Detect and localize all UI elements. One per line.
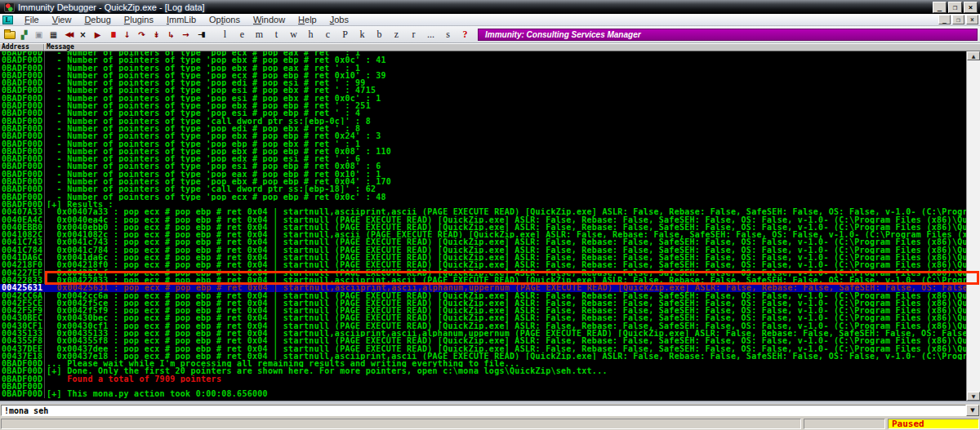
menu-item-debug[interactable]: Debug — [78, 14, 117, 25]
log-row[interactable]: 0041082C 0x0041082c : pop ecx # pop ebp … — [0, 231, 966, 238]
window-button-threads[interactable]: t — [268, 28, 285, 41]
log-row[interactable]: 0041C784 0x0041c784 : pop ecx # pop ebp … — [0, 246, 966, 254]
log-row[interactable]: 0BADF00D - Number of pointers of type 'c… — [0, 185, 966, 193]
menu-item-help[interactable]: Help — [292, 14, 323, 25]
go-to-address-icon[interactable]: →▮ — [194, 28, 207, 41]
help-button[interactable]: ? — [457, 28, 474, 41]
log-row[interactable]: 00437E18 0x00437e18 : pop ecx # pop ebp … — [0, 352, 966, 360]
restart-icon[interactable]: ◀◀ — [61, 28, 75, 41]
log-row-address: 0BADF00D — [0, 72, 45, 79]
minimize-button[interactable]: _ — [933, 2, 947, 13]
log-row[interactable]: 0BADF00D [+] Done. Only the first 20 poi… — [0, 367, 966, 375]
log-row[interactable]: 0BADF00D - Number of pointers of type 'p… — [0, 148, 966, 155]
menu-item-view[interactable]: View — [46, 14, 78, 25]
close-process-icon[interactable]: × — [76, 28, 90, 41]
log-row[interactable]: 0042F5CE 0x0042f5ce : pop ecx # pop ebp … — [0, 299, 966, 307]
menu-item-file[interactable]: File — [18, 14, 46, 25]
log-row[interactable]: 004227EF 0x004227ef : pop ecx # pop ebp … — [0, 269, 966, 277]
log-row[interactable]: 0BADF00D - Number of pointers of type 'p… — [0, 109, 966, 117]
step-over-icon[interactable]: ↷ — [135, 28, 149, 41]
log-row[interactable]: 0BADF00D ... Please wait while I'm proce… — [0, 360, 966, 367]
log-row[interactable]: 0BADF00D - Number of pointers of type 'p… — [0, 64, 966, 72]
menu-item-immlib[interactable]: ImmLib — [160, 14, 203, 25]
log-row[interactable]: 0BADF00D - Number of pointers of type 'p… — [0, 72, 966, 79]
menu-item-plugins[interactable]: Plugins — [118, 14, 160, 25]
pause-icon[interactable]: ▮▮ — [105, 28, 119, 41]
log-row[interactable]: 00425631 0x00425631 : pop ecx # pop ebp … — [0, 284, 966, 291]
log-row[interactable]: 0BADF00D - Number of pointers of type 'p… — [0, 155, 966, 162]
execute-till-return-icon[interactable]: → — [179, 28, 193, 41]
window-button-callstack[interactable]: k — [354, 28, 371, 41]
log-row[interactable]: 0042CC6A 0x0042cc6a : pop ecx # pop ebp … — [0, 292, 966, 299]
restore-button[interactable]: ❐ — [948, 2, 962, 13]
mdi-close-button[interactable]: × — [966, 15, 978, 24]
log-row[interactable]: 0042F5F9 0x0042f5f9 : pop ecx # pop ebp … — [0, 307, 966, 314]
log-row[interactable]: 0BADF00D - Number of pointers of type 'c… — [0, 117, 966, 125]
close-button[interactable]: × — [964, 2, 978, 13]
window-button-executables[interactable]: e — [234, 28, 251, 41]
log-row[interactable]: 0BADF00D - Number of pointers of type 'p… — [0, 125, 966, 132]
menu-item-options[interactable]: Options — [203, 14, 247, 25]
log-row[interactable]: 0BADF00D [+] Results : — [0, 201, 966, 208]
vertical-scrollbar[interactable]: ▲ ▼ — [966, 51, 980, 401]
scroll-down-icon[interactable]: ▼ — [967, 392, 980, 401]
log-row[interactable]: 00430CF1 0x00430cf1 : pop ecx # pop ebp … — [0, 322, 966, 330]
trace-over-icon[interactable]: ↳ — [164, 28, 178, 41]
log-row[interactable]: 0BADF00D — [0, 383, 966, 390]
window-button-references[interactable]: r — [405, 28, 422, 41]
log-row[interactable]: 004218F0 0x004218f0 : pop ecx # pop ebp … — [0, 261, 966, 268]
status-bar: Paused — [0, 417, 980, 430]
attach-process-icon[interactable]: ▞ — [17, 28, 31, 41]
window-button-handles[interactable]: h — [302, 28, 319, 41]
log-row[interactable]: 0BADF00D [+] This mona.py action took 0:… — [0, 390, 966, 397]
log-row[interactable]: 0BADF00D - Number of pointers of type 'p… — [0, 56, 966, 64]
log-row[interactable]: 0BADF00D - Number of pointers of type 'p… — [0, 171, 966, 178]
window-button-z[interactable]: z — [388, 28, 405, 41]
log-row[interactable]: 00437DEE 0x00437dee : pop ecx # pop ebp … — [0, 345, 966, 352]
window-button-memory[interactable]: m — [251, 28, 268, 41]
log-row[interactable]: 0040EBB0 0x0040ebb0 : pop ecx # pop ebp … — [0, 224, 966, 231]
log-row[interactable]: 0BADF00D - Number of pointers of type 'p… — [0, 132, 966, 140]
mdi-restore-button[interactable]: ❐ — [952, 15, 964, 24]
memory-map-icon[interactable]: ▦ — [47, 28, 60, 41]
log-row[interactable]: 00407A33 0x00407a33 : pop ecx # pop ebp … — [0, 208, 966, 215]
log-row[interactable]: 0BADF00D - Number of pointers of type 'p… — [0, 193, 966, 201]
log-row[interactable]: 0BADF00D - Number of pointers of type 'p… — [0, 95, 966, 102]
log-row[interactable]: 0BADF00D - Number of pointers of type 'p… — [0, 162, 966, 170]
log-row[interactable]: 0BADF00D - Number of pointers of type 'p… — [0, 140, 966, 148]
log-row[interactable]: 0BADF00D - Number of pointers of type 'p… — [0, 79, 966, 86]
window-button-log[interactable]: l — [216, 28, 234, 41]
step-into-icon[interactable]: ↓ — [120, 28, 134, 41]
windows-list-icon[interactable]: ▣ — [32, 28, 46, 41]
window-button-patches[interactable]: P — [336, 28, 354, 41]
log-row[interactable]: 0041C743 0x0041c743 : pop ecx # pop ebp … — [0, 238, 966, 246]
command-input[interactable] — [1, 405, 966, 416]
log-row[interactable]: 00435133 0x00435133 : pop ecx # pop ebp … — [0, 330, 966, 337]
run-icon[interactable]: ▶ — [91, 28, 105, 41]
window-button-breakpoints[interactable]: b — [371, 28, 388, 41]
window-button-windows[interactable]: w — [285, 28, 302, 41]
log-row[interactable]: 0BADF00D - Number of pointers of type 'p… — [0, 102, 966, 109]
mdi-minimize-button[interactable]: _ — [938, 15, 951, 24]
log-row[interactable]: 0BADF00D - Number of pointers of type 'p… — [0, 178, 966, 185]
log-window-icon[interactable]: L — [2, 16, 13, 24]
log-row[interactable]: 0BADF00D Found a total of 7909 pointers — [0, 375, 966, 383]
menu-item-jobs[interactable]: Jobs — [323, 14, 355, 25]
log-row[interactable]: 0041DA6C 0x0041da6c : pop ecx # pop ebp … — [0, 254, 966, 261]
menu-item-window[interactable]: Window — [247, 14, 292, 25]
column-header-message[interactable]: Message — [45, 44, 980, 51]
trace-into-icon[interactable]: ↡ — [149, 28, 163, 41]
scroll-up-icon[interactable]: ▲ — [967, 51, 980, 60]
open-file-icon[interactable] — [2, 28, 16, 41]
window-button-more[interactable]: ... — [422, 28, 439, 41]
log-row[interactable]: 004355F8 0x004355f8 : pop ecx # pop ebp … — [0, 337, 966, 344]
window-button-cpu[interactable]: c — [319, 28, 336, 41]
window-button-source[interactable]: s — [439, 28, 457, 41]
column-header-address[interactable]: Address — [0, 44, 45, 51]
log-row[interactable]: 0BADF00D - Number of pointers of type 'p… — [0, 86, 966, 94]
command-dropdown-icon[interactable]: ▼ — [966, 405, 979, 416]
log-row-message: - Number of pointers of type 'pop edi # … — [45, 125, 966, 132]
log-row[interactable]: 00430BEC 0x00430bec : pop ecx # pop ebp … — [0, 314, 966, 321]
log-row[interactable]: 00422833 0x00422833 : pop ecx # pop ebp … — [0, 277, 966, 284]
log-row[interactable]: 0040EA4C 0x0040ea4c : pop ecx # pop ebp … — [0, 216, 966, 224]
